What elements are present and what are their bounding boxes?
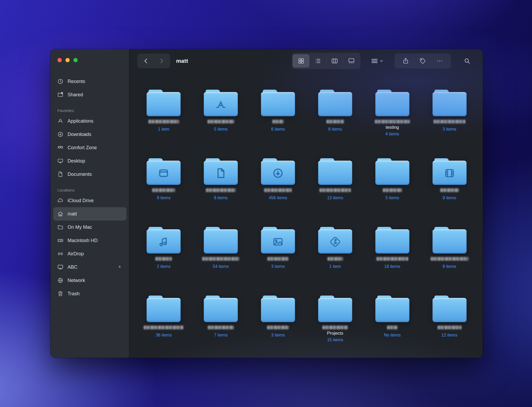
clock-icon bbox=[57, 78, 64, 85]
folder-item[interactable]: 1 item bbox=[135, 89, 192, 158]
more-button[interactable] bbox=[431, 53, 448, 68]
folder-icon bbox=[433, 158, 467, 185]
folder-item[interactable]: 9 items bbox=[421, 158, 478, 226]
item-count: 3 items bbox=[443, 127, 456, 132]
redacted-name bbox=[322, 326, 348, 329]
film-glyph-icon bbox=[433, 162, 467, 184]
folder-item[interactable]: 1 item bbox=[306, 226, 364, 295]
magnifier-icon bbox=[464, 57, 471, 64]
sidebar-item-shared[interactable]: Shared bbox=[53, 88, 126, 101]
gallery-view-button[interactable] bbox=[343, 54, 360, 68]
sidebar-item-applications[interactable]: Applications bbox=[53, 114, 126, 128]
desktop-icon bbox=[57, 157, 64, 164]
folder-body bbox=[433, 298, 467, 322]
folder-item[interactable]: 13 items bbox=[306, 158, 364, 226]
home-icon bbox=[57, 210, 64, 217]
sidebar-item-recents[interactable]: Recents bbox=[53, 75, 126, 88]
close-button[interactable] bbox=[57, 58, 62, 62]
folder-item[interactable]: 54 items bbox=[192, 226, 250, 295]
folder-body bbox=[433, 229, 467, 254]
sidebar-item-trash[interactable]: Trash bbox=[53, 287, 126, 300]
sidebar-item-documents[interactable]: Documents bbox=[53, 168, 126, 181]
sidebar-item-network[interactable]: Network bbox=[53, 274, 126, 287]
column-view-button[interactable] bbox=[326, 54, 343, 68]
folder-item[interactable]: 456 items bbox=[250, 158, 307, 226]
eject-icon[interactable] bbox=[117, 264, 123, 270]
folder-item[interactable]: 18 items bbox=[364, 226, 421, 295]
folder-item[interactable]: 3 items bbox=[250, 295, 307, 358]
sidebar-item-macintosh-hd[interactable]: Macintosh HD bbox=[53, 234, 126, 247]
sidebar-item-matt[interactable]: matt bbox=[53, 207, 126, 221]
folder-name-text: Projects bbox=[327, 330, 343, 336]
item-count: 36 items bbox=[156, 333, 172, 338]
folder-body bbox=[204, 298, 238, 322]
folder-item[interactable]: 3 items bbox=[421, 89, 478, 158]
zoom-button[interactable] bbox=[73, 58, 78, 62]
sidebar-item-label: Downloads bbox=[68, 132, 123, 137]
folder-item[interactable]: 6 items bbox=[250, 89, 307, 158]
folder-item[interactable]: 8 items bbox=[135, 158, 192, 226]
search-button[interactable] bbox=[458, 53, 476, 68]
tags-button[interactable] bbox=[414, 53, 431, 68]
folder-name bbox=[383, 188, 402, 194]
redacted-name bbox=[155, 257, 172, 261]
share-button[interactable] bbox=[397, 53, 414, 68]
folder-item[interactable]: 5 items bbox=[364, 158, 421, 226]
folder-item[interactable]: 2 items bbox=[135, 226, 192, 295]
folder-name bbox=[434, 120, 466, 126]
folder-name bbox=[326, 120, 344, 126]
sidebar-item-label: On My Mac bbox=[68, 225, 123, 230]
redacted-name bbox=[327, 257, 343, 261]
sidebar-item-downloads[interactable]: Downloads bbox=[53, 128, 126, 141]
folder-item[interactable]: No items bbox=[364, 295, 421, 358]
folder-icon bbox=[375, 89, 409, 116]
folder-item[interactable]: 9 items bbox=[421, 226, 478, 295]
item-count: 8 items bbox=[214, 195, 228, 201]
folder-item[interactable]: 5 items bbox=[192, 89, 250, 158]
folder-body bbox=[261, 298, 295, 322]
folder-icon bbox=[375, 226, 409, 254]
sidebar-item-comfort-zone[interactable]: Comfort Zone bbox=[53, 141, 126, 154]
icon-view-button[interactable] bbox=[293, 54, 309, 68]
redacted-name bbox=[148, 120, 179, 123]
item-count: 6 items bbox=[271, 127, 285, 132]
folder-name-text: testing bbox=[386, 124, 399, 130]
sidebar-item-desktop[interactable]: Desktop bbox=[53, 154, 126, 168]
back-button[interactable] bbox=[138, 53, 154, 68]
sidebar-item-abc[interactable]: ABC bbox=[53, 260, 126, 274]
folder-item[interactable]: 12 items bbox=[421, 295, 478, 358]
item-count: 13 items bbox=[327, 195, 343, 201]
folder-body bbox=[147, 298, 181, 322]
toolbar-right bbox=[292, 53, 476, 69]
folder-name bbox=[206, 188, 236, 194]
sidebar-section-title: Favorites bbox=[51, 108, 129, 113]
folder-item[interactable]: 3 items bbox=[250, 226, 307, 295]
folder-name bbox=[208, 326, 234, 331]
item-count: 1 item bbox=[329, 264, 341, 269]
toolbar: matt bbox=[129, 49, 483, 73]
folder-item[interactable]: Projects15 items bbox=[306, 295, 364, 358]
group-by-button[interactable] bbox=[368, 53, 387, 68]
sidebar-item-label: Recents bbox=[68, 79, 123, 84]
item-count: 9 items bbox=[443, 264, 456, 269]
folder-item[interactable]: 7 items bbox=[192, 295, 250, 358]
minimize-button[interactable] bbox=[65, 58, 70, 62]
folder-item[interactable]: testing4 items bbox=[364, 89, 421, 158]
sidebar-item-airdrop[interactable]: AirDrop bbox=[53, 247, 126, 260]
folder-icon bbox=[433, 89, 467, 116]
folder-icon bbox=[147, 89, 181, 116]
redacted-name bbox=[319, 188, 351, 192]
sidebar-item-icloud-drive[interactable]: iCloud Drive bbox=[53, 194, 126, 207]
redacted-name bbox=[202, 257, 239, 261]
folder-item[interactable]: 8 items bbox=[306, 89, 364, 158]
folder-item[interactable]: 36 items bbox=[135, 295, 192, 358]
folder-item[interactable]: 8 items bbox=[192, 158, 250, 226]
forward-button[interactable] bbox=[154, 53, 169, 68]
folder-name bbox=[431, 257, 468, 263]
list-view-button[interactable] bbox=[309, 54, 326, 68]
folder-body bbox=[433, 92, 467, 116]
finder-window: RecentsSharedFavoritesApplicationsDownlo… bbox=[51, 49, 483, 358]
item-count: 2 items bbox=[157, 264, 171, 269]
sidebar-item-on-my-mac[interactable]: On My Mac bbox=[53, 221, 126, 234]
sidebar-item-label: Network bbox=[68, 278, 123, 283]
